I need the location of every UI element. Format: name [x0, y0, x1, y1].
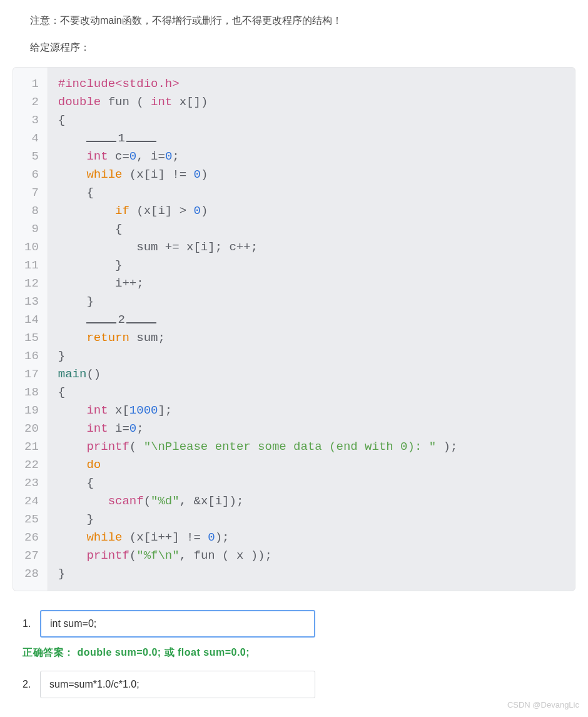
blank-number: 1	[116, 130, 126, 148]
token: x[])	[172, 95, 208, 109]
answer-input-2[interactable]: sum=sum*1.0/c*1.0;	[40, 671, 315, 698]
line-num: 5	[24, 148, 39, 166]
blank-underline	[126, 141, 156, 142]
token-number: 0	[129, 150, 136, 163]
token-keyword: return	[86, 331, 129, 345]
token: , i=	[136, 150, 165, 163]
token-keyword: double	[58, 95, 101, 109]
token: , &x[i]);	[180, 494, 244, 508]
token: }	[86, 512, 93, 526]
instruction-text: 注意：不要改动main函数，不得增行或删行，也不得更改程序的结构！	[0, 0, 588, 35]
answer-index: 2.	[23, 679, 40, 690]
token: ;	[136, 422, 143, 435]
token: sum += x[i]; c++;	[136, 240, 258, 254]
answer-input-1[interactable]: int sum=0;	[40, 610, 315, 638]
token: (x[i] >	[129, 204, 194, 218]
token: (	[144, 494, 151, 508]
token-string: "%d"	[151, 494, 180, 508]
answer-row-1: 1. int sum=0;	[23, 610, 569, 638]
token-number: 0	[193, 168, 200, 181]
token: }	[115, 258, 122, 272]
token: i=	[108, 422, 129, 435]
token: {	[58, 113, 65, 127]
given-program-label: 给定源程序：	[0, 35, 588, 61]
token: {	[86, 186, 93, 200]
token: (	[129, 440, 144, 454]
token: {	[58, 385, 65, 399]
token-func: main	[58, 367, 87, 381]
line-num: 24	[24, 492, 39, 511]
line-num: 2	[24, 93, 39, 111]
answer-row-2: 2. sum=sum*1.0/c*1.0;	[23, 671, 569, 698]
line-num: 21	[24, 438, 39, 456]
token: (x[i++] !=	[122, 531, 208, 544]
answers-section: 1. int sum=0; 正确答案： double sum=0.0; 或 fl…	[0, 604, 588, 717]
token: fun (	[101, 95, 151, 109]
line-num: 27	[24, 547, 39, 565]
line-num: 15	[24, 329, 39, 347]
token: )	[201, 168, 208, 181]
token-keyword: int	[86, 422, 108, 435]
token-keyword: while	[86, 168, 122, 181]
line-num: 12	[24, 275, 39, 293]
token: ;	[172, 150, 179, 163]
line-num: 25	[24, 511, 39, 529]
line-num: 23	[24, 474, 39, 492]
line-num: 16	[24, 347, 39, 365]
blank-underline	[86, 141, 116, 142]
token: ];	[158, 404, 172, 417]
token: ()	[86, 367, 101, 381]
token: );	[215, 531, 230, 544]
token: }	[58, 349, 65, 363]
token: );	[436, 440, 457, 454]
line-num: 7	[24, 184, 39, 202]
code-content: #include<stdio.h> double fun ( int x[]) …	[48, 68, 575, 591]
token-number: 0	[129, 422, 136, 435]
token: (	[129, 549, 136, 562]
token: sum;	[129, 331, 165, 345]
line-num: 8	[24, 202, 39, 220]
blank-number: 2	[116, 311, 126, 329]
line-number-gutter: 1 2 3 4 5 6 7 8 9 10 11 12 13 14 15 16 1…	[13, 68, 48, 591]
token: , fun ( x ));	[180, 549, 272, 562]
line-num: 26	[24, 529, 39, 547]
watermark: CSDN @DevangLic	[507, 700, 579, 709]
token-preproc: #include<stdio.h>	[58, 77, 180, 91]
line-num: 13	[24, 293, 39, 311]
line-num: 17	[24, 365, 39, 384]
line-num: 11	[24, 257, 39, 275]
line-num: 1	[24, 75, 39, 93]
line-num: 22	[24, 456, 39, 474]
blank-underline	[126, 322, 156, 323]
line-num: 18	[24, 384, 39, 402]
line-num: 28	[24, 565, 39, 583]
line-num: 3	[24, 111, 39, 130]
token-keyword: do	[86, 458, 101, 472]
token: }	[86, 295, 93, 308]
line-num: 4	[24, 130, 39, 148]
line-num: 20	[24, 420, 39, 438]
token-keyword: if	[115, 204, 129, 218]
line-num: 6	[24, 166, 39, 184]
token: }	[58, 567, 65, 581]
token-keyword: int	[86, 404, 108, 417]
token: (x[i] !=	[122, 168, 193, 181]
line-num: 10	[24, 238, 39, 257]
line-num: 19	[24, 402, 39, 420]
token: {	[86, 476, 93, 490]
token-number: 0	[193, 204, 200, 218]
token: x[	[108, 404, 129, 417]
token-number: 1000	[129, 404, 158, 417]
token-keyword: int	[86, 150, 108, 163]
token-string: "%f\n"	[136, 549, 179, 562]
token: i++;	[115, 277, 144, 290]
correct-answer-text: 正确答案： double sum=0.0; 或 float sum=0.0;	[23, 646, 569, 659]
line-num: 9	[24, 220, 39, 238]
token-keyword: while	[86, 531, 122, 544]
line-num: 14	[24, 311, 39, 329]
blank-underline	[86, 322, 116, 323]
token-number: 0	[165, 150, 172, 163]
token: c=	[108, 150, 129, 163]
token-keyword: int	[151, 95, 172, 109]
token: )	[201, 204, 208, 218]
